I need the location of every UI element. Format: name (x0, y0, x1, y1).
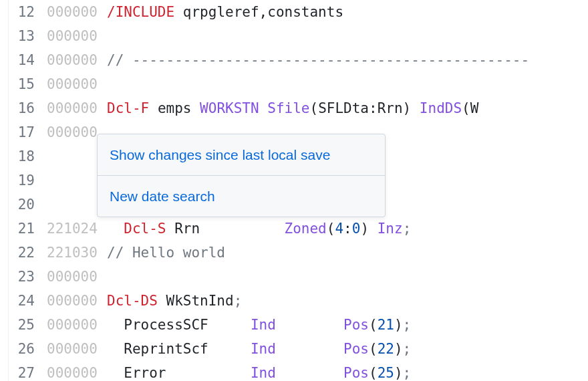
code-token: Dcl-S (124, 221, 166, 237)
code-token: qrpgleref,constants (183, 4, 343, 20)
line-number: 26 (0, 337, 47, 361)
code-token: Rrn (174, 221, 284, 237)
code-line[interactable]: 27000000 Error Ind Pos(25); (0, 361, 588, 381)
code-content[interactable]: Dcl-F emps WORKSTN Sfile(SFLDta:Rrn) Ind… (107, 96, 588, 120)
code-content[interactable]: Dcl-S Rrn Zoned(4:0) Inz; (107, 217, 588, 241)
code-token: WORKSTN (200, 100, 267, 116)
code-token: ( (369, 341, 378, 357)
code-token (276, 365, 343, 381)
line-number: 20 (0, 193, 47, 217)
code-line[interactable]: 26000000 ReprintScf Ind Pos(22); (0, 337, 588, 361)
code-line[interactable]: 16000000Dcl-F emps WORKSTN Sfile(SFLDta:… (0, 96, 588, 120)
code-token: // Hello world (107, 245, 225, 261)
code-token: ) (403, 100, 420, 116)
code-line[interactable]: 22221030// Hello world (0, 241, 588, 265)
code-token (276, 317, 343, 333)
code-token: Dcl-DS (107, 293, 158, 309)
code-token: ( (309, 100, 318, 116)
code-token: SFLDta:Rrn (318, 100, 402, 116)
code-token: ; (234, 293, 243, 309)
context-menu: Show changes since last local save New d… (97, 134, 386, 217)
sequence-number: 000000 (47, 361, 107, 381)
line-number: 27 (0, 361, 47, 381)
sequence-number: 000000 (47, 337, 107, 361)
code-token: ( (369, 317, 378, 333)
code-token: Ind (251, 317, 276, 333)
code-line[interactable]: 15000000 (0, 72, 588, 96)
code-token: W (470, 100, 479, 116)
code-token: IndDS (420, 100, 462, 116)
code-token: ) (360, 221, 377, 237)
code-content[interactable]: /INCLUDE qrpgleref,constants (107, 0, 588, 24)
sequence-number: 000000 (47, 313, 107, 337)
code-token (158, 293, 166, 309)
sequence-number: 221024 (47, 217, 107, 241)
code-token: 4 (335, 221, 343, 237)
code-token (107, 221, 124, 237)
code-token: Sfile (267, 100, 309, 116)
code-line[interactable]: 25000000 ProcessSCF Ind Pos(21); (0, 313, 588, 337)
line-number: 17 (0, 120, 47, 144)
code-token (174, 4, 183, 20)
code-token: Dcl-F (107, 100, 149, 116)
code-content[interactable]: // Hello world (107, 241, 588, 265)
code-token: Pos (343, 341, 369, 357)
code-line[interactable]: 12000000/INCLUDE qrpgleref,constants (0, 0, 588, 24)
code-token: ( (462, 100, 470, 116)
code-token: Pos (343, 365, 369, 381)
line-number: 21 (0, 217, 47, 241)
line-number: 13 (0, 24, 47, 48)
code-token (149, 100, 158, 116)
line-number: 24 (0, 289, 47, 313)
code-token (276, 341, 343, 357)
code-token: ( (369, 365, 378, 381)
code-content[interactable]: // -------------------------------------… (107, 48, 588, 72)
code-content[interactable]: ProcessSCF Ind Pos(21); (107, 313, 588, 337)
menu-item-new-date-search[interactable]: New date search (98, 175, 385, 217)
line-number: 16 (0, 96, 47, 120)
code-token: Pos (343, 317, 369, 333)
code-token: WkStnInd (166, 293, 234, 309)
sequence-number: 000000 (47, 96, 107, 120)
code-line[interactable]: 21221024 Dcl-S Rrn Zoned(4:0) Inz; (0, 217, 588, 241)
code-line[interactable]: 13000000 (0, 24, 588, 48)
sequence-number: 000000 (47, 24, 107, 48)
code-token: Zoned (285, 221, 327, 237)
code-token: Error (107, 365, 251, 381)
code-token: ; (403, 365, 412, 381)
menu-item-show-changes[interactable]: Show changes since last local save (98, 134, 385, 175)
code-content[interactable]: ReprintScf Ind Pos(22); (107, 337, 588, 361)
sequence-number: 000000 (47, 265, 107, 289)
code-token: ReprintScf (107, 341, 251, 357)
code-token: ; (403, 221, 412, 237)
code-token: Ind (251, 365, 276, 381)
code-line[interactable]: 24000000Dcl-DS WkStnInd; (0, 289, 588, 313)
code-token: ) (394, 341, 403, 357)
sequence-number: 000000 (47, 0, 107, 24)
code-token: /INCLUDE (107, 4, 174, 20)
code-token: : (343, 221, 352, 237)
code-token: 22 (378, 341, 394, 357)
code-line[interactable]: 23000000 (0, 265, 588, 289)
line-number: 19 (0, 168, 47, 193)
code-token: ProcessSCF (107, 317, 251, 333)
line-number: 22 (0, 241, 47, 265)
code-token: ( (327, 221, 335, 237)
line-number: 25 (0, 313, 47, 337)
code-line[interactable]: 14000000// -----------------------------… (0, 48, 588, 72)
code-content[interactable]: Error Ind Pos(25); (107, 361, 588, 381)
code-token: 0 (352, 221, 361, 237)
sequence-number: 000000 (47, 289, 107, 313)
code-token: Ind (251, 341, 276, 357)
code-token: Inz (378, 221, 403, 237)
code-token (166, 221, 175, 237)
code-token: // -------------------------------------… (107, 52, 529, 68)
line-number: 14 (0, 48, 47, 72)
code-content[interactable]: Dcl-DS WkStnInd; (107, 289, 588, 313)
line-number: 18 (0, 144, 47, 168)
line-number: 15 (0, 72, 47, 96)
sequence-number: 221030 (47, 241, 107, 265)
code-token: emps (158, 100, 200, 116)
sequence-number: 000000 (47, 72, 107, 96)
code-token: ; (403, 341, 412, 357)
